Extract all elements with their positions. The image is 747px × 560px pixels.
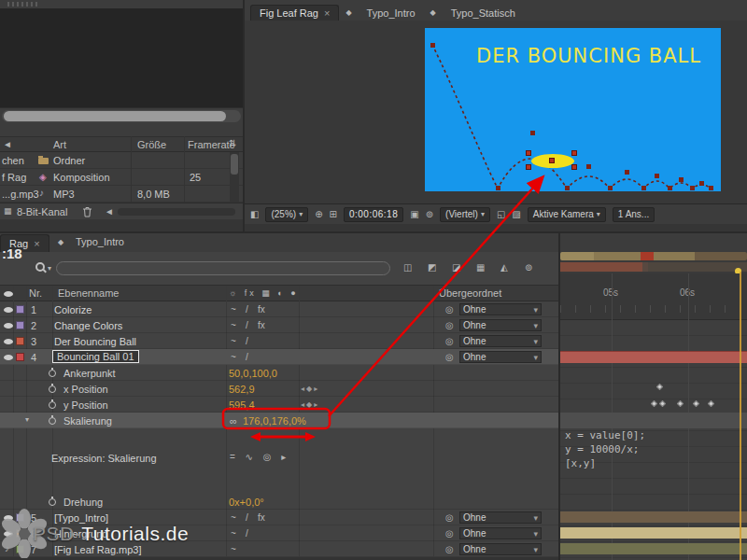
expression-code-line[interactable]: y = 10000/x; — [565, 443, 639, 455]
project-settings-icon[interactable]: ▦ — [4, 207, 12, 216]
shy-layers-icon[interactable]: ◪ — [452, 263, 460, 273]
graph-editor-icon[interactable]: ⊚ — [525, 263, 532, 273]
parent-pickwhip-icon[interactable]: ◎ — [445, 544, 454, 554]
column-ebenenname[interactable]: Ebenenname — [58, 287, 119, 299]
comp-flowchart-icon[interactable]: ◫ — [403, 263, 412, 273]
layer-color-swatch[interactable] — [16, 529, 24, 538]
layer-row-hintergrund[interactable]: 6 Hintergrund ~ / ◎ Ohne▾ — [0, 525, 558, 541]
panel-divider[interactable] — [243, 0, 245, 231]
transparency-grid-icon[interactable]: ▨ — [512, 210, 520, 219]
expression-row[interactable]: Expression: Skalierung = ∿ ◎ ▸ — [0, 450, 558, 466]
draft-3d-icon[interactable]: ◩ — [428, 263, 436, 273]
expression-code-line[interactable]: x = value[0]; — [565, 429, 645, 441]
property-row-ankerpunkt[interactable]: Ankerpunkt 50,0,100,0 — [0, 365, 558, 381]
work-area-bar[interactable] — [560, 262, 747, 272]
frame-blend-icon[interactable]: ▦ — [476, 263, 485, 273]
frame-blend-switch[interactable]: ~ — [231, 512, 236, 523]
link-icon[interactable]: ∞ — [230, 415, 237, 427]
parent-pickwhip-icon[interactable]: ◎ — [445, 352, 454, 362]
layer-name[interactable]: Bouncing Ball 01 — [52, 350, 139, 363]
fx-switch[interactable]: fx — [258, 320, 265, 330]
expression-controls-icons[interactable]: = ∿ ◎ ▸ — [230, 453, 289, 462]
layer-bar-hintergrund[interactable] — [560, 527, 747, 539]
stopwatch-icon[interactable] — [49, 370, 56, 377]
time-navigator-bar[interactable] — [560, 252, 747, 260]
show-snapshot-icon[interactable]: ⊚ — [426, 210, 433, 219]
parent-pickwhip-icon[interactable]: ◎ — [445, 304, 454, 315]
time-ruler[interactable]: 05s 06s — [560, 273, 747, 320]
parent-dropdown[interactable]: Ohne▾ — [459, 511, 542, 524]
stopwatch-icon[interactable] — [49, 417, 56, 425]
selection-handle[interactable] — [571, 164, 577, 170]
keyframe-navigator[interactable]: ◂◆▸ — [301, 400, 319, 409]
property-row-drehung[interactable]: Drehung 0x+0,0° — [0, 494, 558, 510]
scroll-left-icon[interactable]: ◄ — [105, 207, 114, 217]
parent-dropdown[interactable]: Ohne▾ — [459, 303, 542, 315]
vertical-scrollbar[interactable] — [230, 152, 239, 203]
horizontal-scrollbar[interactable] — [2, 110, 241, 122]
color-depth-label[interactable]: 8-Bit-Kanal — [17, 206, 67, 217]
layer-row-colorize[interactable]: 1 Colorize ~ / fx ◎ Ohne▾ — [0, 301, 558, 317]
parent-pickwhip-icon[interactable]: ◎ — [445, 336, 454, 346]
tab-typo-statisch[interactable]: Typo_Statisch — [443, 6, 524, 21]
layer-color-swatch[interactable] — [16, 305, 24, 314]
property-value[interactable]: 0x+0,0° — [229, 497, 264, 508]
search-input[interactable] — [56, 261, 390, 275]
search-options-chevron-icon[interactable]: ▾ — [48, 265, 51, 273]
property-value[interactable]: 562,9 — [229, 384, 255, 395]
column-uebergeordnet[interactable]: Übergeordnet — [439, 287, 501, 299]
motion-blur-icon[interactable]: ◭ — [500, 263, 508, 273]
layer-color-swatch[interactable] — [16, 513, 24, 522]
anchor-point-handle[interactable] — [549, 158, 555, 163]
panel-divider[interactable] — [558, 233, 560, 560]
frame-blend-switch[interactable]: ~ — [231, 336, 236, 346]
layer-color-swatch[interactable] — [16, 545, 24, 553]
audio-speaker-icon[interactable]: ♪ — [5, 544, 9, 553]
close-tab-icon[interactable]: × — [324, 7, 330, 19]
parent-dropdown[interactable]: Ohne▾ — [459, 527, 542, 539]
column-nr[interactable]: Nr. — [29, 287, 42, 299]
tab-typo-intro[interactable]: Typo_Intro — [359, 6, 424, 21]
property-value[interactable]: 176,0,176,0% — [243, 415, 306, 427]
quality-switch[interactable]: / — [246, 352, 248, 362]
tab-fig-leaf-rag[interactable]: Fig Leaf Rag × — [250, 5, 339, 21]
current-time-display[interactable]: :18 — [2, 245, 22, 261]
layer-bar-audio[interactable] — [560, 543, 747, 554]
trash-icon[interactable] — [82, 206, 92, 217]
expression-code-line[interactable]: [x,y] — [565, 457, 596, 469]
views-dropdown[interactable]: 1 Ans... — [613, 207, 655, 222]
layer-color-swatch[interactable] — [16, 321, 24, 329]
layer-row-bouncing-ball-01[interactable]: 4 Bouncing Ball 01 ~ / ◎ Ohne▾ — [0, 349, 558, 365]
view-options-icon[interactable]: ◧ — [250, 210, 259, 219]
layer-row-typo-intro[interactable]: 5 [Typo_Intro] ~ / fx ◎ Ohne▾ — [0, 510, 558, 525]
selection-handle[interactable] — [526, 150, 531, 156]
collapse-arrow-icon[interactable]: ◄ — [3, 140, 12, 149]
zoom-dropdown[interactable]: (25%) ▾ — [265, 207, 308, 222]
frame-blend-switch[interactable]: ~ — [231, 544, 236, 554]
visibility-eye-icon[interactable] — [4, 339, 13, 344]
fx-switch[interactable]: fx — [258, 512, 265, 523]
visibility-eye-icon[interactable] — [4, 323, 13, 329]
layer-color-swatch[interactable] — [16, 353, 24, 361]
property-row-skalierung[interactable]: ▾ Skalierung ∞ 176,0,176,0% — [0, 413, 558, 428]
parent-dropdown[interactable]: Ohne▾ — [459, 543, 542, 555]
safe-zones-icon[interactable]: ⊕ — [315, 210, 322, 219]
layer-bar-typo-intro[interactable] — [560, 511, 747, 523]
selection-handle[interactable] — [526, 164, 531, 170]
parent-pickwhip-icon[interactable]: ◎ — [445, 528, 454, 539]
stopwatch-icon[interactable] — [49, 401, 56, 409]
current-time-indicator[interactable] — [740, 272, 741, 560]
frame-blend-switch[interactable]: ~ — [231, 320, 236, 330]
project-row-composition[interactable]: f Rag ◈ Komposition 25 — [0, 169, 243, 186]
footer-scrollbar[interactable] — [118, 208, 235, 216]
project-row-folder[interactable]: chen Ordner — [0, 152, 243, 169]
composition-canvas[interactable]: DER BOUNCING BALL — [425, 28, 721, 191]
quality-switch[interactable]: / — [246, 320, 248, 330]
layer-name[interactable]: Change Colors — [54, 320, 122, 331]
stopwatch-icon[interactable] — [49, 385, 56, 393]
parent-dropdown[interactable]: Ohne▾ — [459, 351, 542, 363]
parent-dropdown[interactable]: Ohne▾ — [459, 319, 542, 331]
layer-name[interactable]: Hintergrund — [54, 528, 107, 539]
quality-switch[interactable]: / — [246, 336, 248, 346]
resolution-dropdown[interactable]: (Viertel) ▾ — [440, 207, 490, 222]
